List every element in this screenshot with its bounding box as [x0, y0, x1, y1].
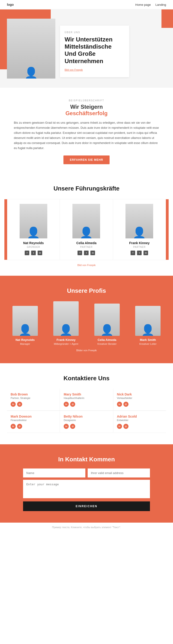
- leader-socials-0: f t in: [11, 250, 56, 255]
- contact-role-2: Verkaufsleiter: [117, 397, 162, 400]
- instagram-icon-1[interactable]: in: [90, 250, 95, 255]
- leader-photo-1: [72, 204, 100, 238]
- twitter-icon[interactable]: t: [31, 250, 36, 255]
- leader-photo-0: [20, 204, 47, 238]
- profi-card-0: Nat Reynolds Manager: [5, 306, 46, 345]
- learn-more-button[interactable]: ERFAHREN SIE MEHR: [63, 156, 110, 164]
- contact-role-3: Finanzdirektor: [11, 419, 56, 422]
- contact-card-2: Nick Dark Verkaufsleiter in @: [113, 389, 166, 411]
- profi-name-3: Mark Smith: [130, 338, 166, 342]
- linkedin-icon-3[interactable]: in: [11, 424, 16, 429]
- hero-person-photo: [7, 19, 55, 78]
- contact-card-5: Adrian Scold Entwickler in @: [113, 411, 166, 433]
- profi-photo-1: [53, 301, 79, 336]
- twitter-icon-1[interactable]: t: [84, 250, 89, 255]
- email-icon-2[interactable]: @: [123, 402, 128, 407]
- leader-img-0: [20, 204, 47, 238]
- email-icon-3[interactable]: @: [17, 424, 22, 429]
- email-icon-1[interactable]: @: [70, 402, 75, 407]
- linkedin-icon-2[interactable]: in: [117, 402, 122, 407]
- leader-name-1: Celia Almeda: [64, 241, 109, 245]
- profi-photo-0: [13, 306, 38, 336]
- navbar: logo Home page Landing: [0, 0, 173, 10]
- leader-img-2: [125, 204, 153, 238]
- contact-icons-0: in @: [11, 402, 56, 407]
- leader-socials-2: f t in: [117, 250, 162, 255]
- hero-section: ÜBER UNS Wir Unterstützen Mittelständisc…: [0, 10, 173, 88]
- linkedin-icon-1[interactable]: in: [64, 402, 69, 407]
- contact-name-0: Bob Brown: [11, 392, 56, 396]
- profi-role-2: Kreativer Berater: [89, 342, 125, 345]
- profi-img-1: [53, 301, 79, 336]
- leaders-section: Unsere Führungskräfte Nat Reynolds GRÜND…: [0, 176, 173, 276]
- instagram-icon[interactable]: in: [38, 250, 42, 255]
- profi-role-1: Mitbegründer + Agent: [48, 342, 84, 345]
- leader-card-0: Nat Reynolds GRÜNDER f t in: [7, 199, 60, 260]
- profi-role-0: Manager: [7, 342, 43, 345]
- hero-credit[interactable]: Bild von Freepik: [65, 68, 83, 71]
- twitter-icon-2[interactable]: t: [137, 250, 142, 255]
- linkedin-icon[interactable]: in: [11, 402, 16, 407]
- profis-credit[interactable]: Bilder von Freepik: [5, 349, 168, 352]
- leader-role-2: PARTNER: [117, 246, 162, 248]
- profi-name-2: Celia Almeda: [89, 338, 125, 342]
- leader-name-2: Frank Kinney: [117, 241, 162, 245]
- leaders-credit[interactable]: Bild von Freepik: [7, 264, 166, 266]
- contact-role-4: Designerin: [64, 419, 109, 422]
- form-section: In Kontakt Kommen EINREICHEN: [0, 444, 173, 522]
- email-icon-4[interactable]: @: [70, 424, 75, 429]
- contact-role-0: Partner, Strategie: [11, 397, 56, 400]
- leader-card-2: Frank Kinney PARTNER f t in: [113, 199, 166, 260]
- profi-name-0: Nat Reynolds: [7, 338, 43, 342]
- contact-card-0: Bob Brown Partner, Strategie in @: [7, 389, 60, 411]
- facebook-icon-1[interactable]: f: [78, 250, 82, 255]
- section2-title: Wir Steigern Geschäftserfolg: [14, 104, 159, 116]
- logo: logo: [7, 3, 14, 6]
- facebook-icon-2[interactable]: f: [130, 250, 135, 255]
- profi-img-0: [13, 306, 38, 336]
- contact-icons-4: in @: [64, 424, 109, 429]
- about-section: BEISPIELÜBERSCHRIFT Wir Steigern Geschäf…: [0, 88, 173, 176]
- contact-card-1: Mary Smith Hauptbuchhalterin in @: [60, 389, 113, 411]
- nav-links: Home page Landing: [135, 3, 166, 6]
- facebook-icon[interactable]: f: [25, 250, 29, 255]
- email-icon[interactable]: @: [17, 402, 22, 407]
- email-icon-5[interactable]: @: [123, 424, 128, 429]
- leader-role-0: GRÜNDER: [11, 246, 56, 248]
- contact-name-1: Mary Smith: [64, 392, 109, 396]
- leader-name-0: Nat Reynolds: [11, 241, 56, 245]
- hero-title: Wir Unterstützen Mittelständische Und Gr…: [65, 36, 125, 65]
- profi-role-3: Kreativer Leiter: [130, 342, 166, 345]
- leader-img-1: [72, 204, 100, 238]
- leaders-title: Unsere Führungskräfte: [7, 185, 166, 192]
- contact-section: Kontaktiere Uns Bob Brown Partner, Strat…: [0, 363, 173, 444]
- contact-card-4: Betty Nilson Designerin in @: [60, 411, 113, 433]
- email-input[interactable]: [88, 468, 150, 478]
- profi-photo-2: [94, 304, 120, 336]
- leader-role-1: PARTNER: [64, 246, 109, 248]
- profi-card-1: Frank Kinney Mitbegründer + Agent: [46, 301, 87, 345]
- contact-card-3: Mark Dowson Finanzdirektor in @: [7, 411, 60, 433]
- contact-role-1: Hauptbuchhalterin: [64, 397, 109, 400]
- contact-icons-2: in @: [117, 402, 162, 407]
- nav-home[interactable]: Home page: [135, 3, 151, 6]
- profi-card-3: Mark Smith Kreativer Leiter: [127, 306, 168, 345]
- leader-socials-1: f t in: [64, 250, 109, 255]
- nav-landing[interactable]: Landing: [155, 3, 166, 6]
- profis-title: Unsere Profis: [5, 287, 168, 294]
- profi-name-1: Frank Kinney: [48, 338, 84, 342]
- linkedin-icon-4[interactable]: in: [64, 424, 69, 429]
- contact-name-2: Nick Dark: [117, 392, 162, 396]
- leaders-grid: Nat Reynolds GRÜNDER f t in Celia Almeda…: [7, 199, 166, 260]
- linkedin-icon-5[interactable]: in: [117, 424, 122, 429]
- form-top-row: [23, 468, 150, 478]
- section2-body: Bis zu einem gewissen Grad ist es uns ge…: [14, 120, 159, 151]
- hero-label: ÜBER UNS: [65, 31, 125, 34]
- contact-grid: Bob Brown Partner, Strategie in @ Mary S…: [7, 389, 166, 433]
- contact-name-5: Adrian Scold: [117, 414, 162, 418]
- submit-button[interactable]: EINREICHEN: [23, 502, 150, 511]
- message-input[interactable]: [23, 480, 150, 498]
- hero-image: [7, 19, 55, 78]
- instagram-icon-2[interactable]: in: [143, 250, 148, 255]
- name-input[interactable]: [23, 468, 85, 478]
